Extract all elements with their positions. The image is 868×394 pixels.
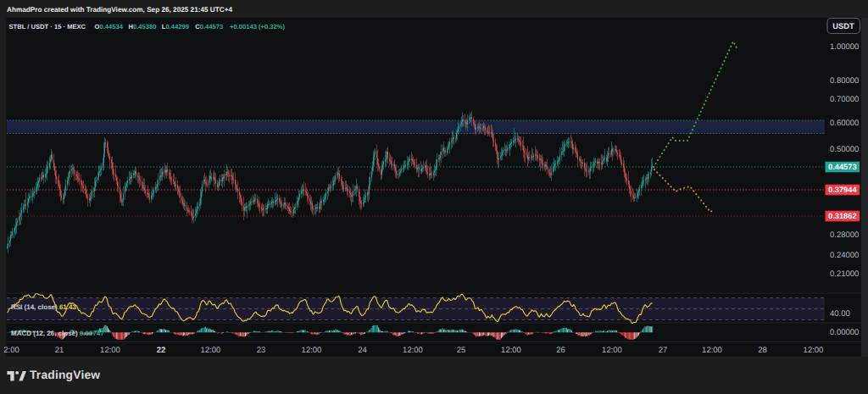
svg-text:12:00: 12:00 [501,346,521,355]
svg-text:27: 27 [659,346,668,355]
svg-text:1.00000: 1.00000 [830,42,859,52]
svg-text:AhmadPro created with TradingV: AhmadPro created with TradingView.com, S… [7,6,232,14]
svg-text:40.00: 40.00 [830,309,850,319]
svg-text:USDT: USDT [832,21,854,31]
svg-text:0.31862: 0.31862 [828,212,857,220]
svg-text:26: 26 [556,346,565,355]
svg-text:0.80000: 0.80000 [830,76,859,86]
svg-text:23: 23 [257,346,266,355]
svg-text:22: 22 [157,346,166,355]
svg-text:12:00: 12:00 [302,346,322,355]
svg-text:0.44573: 0.44573 [828,163,857,171]
svg-text:28: 28 [758,346,767,355]
svg-text:0.00000: 0.00000 [830,328,859,337]
svg-text:0.21000: 0.21000 [830,269,859,279]
svg-text:12:00: 12:00 [602,346,622,355]
svg-text:0.50000: 0.50000 [830,145,859,154]
svg-text:12:00: 12:00 [403,346,423,355]
svg-text:MACD (12, 26, close) 0.00747: MACD (12, 26, close) 0.00747 [11,330,104,337]
svg-text:25: 25 [457,346,466,355]
svg-text:21: 21 [55,346,64,355]
svg-text:0.70000: 0.70000 [830,95,859,104]
svg-text:12:00: 12:00 [804,346,824,355]
svg-text:0.37944: 0.37944 [828,186,857,194]
svg-text:12:00: 12:00 [702,346,722,355]
svg-text:24: 24 [358,346,367,355]
svg-text:12:00: 12:00 [100,346,120,355]
svg-text:RSI (14, close) 61.43: RSI (14, close) 61.43 [11,303,76,311]
svg-text:12:00: 12:00 [201,346,221,355]
svg-text:0.28000: 0.28000 [830,230,859,240]
svg-text:TradingView: TradingView [30,369,100,381]
svg-text:2:00: 2:00 [3,346,19,355]
svg-text:0.24000: 0.24000 [830,251,859,260]
svg-text:STBL / USDT · 15 · MEXCO0.4453: STBL / USDT · 15 · MEXCO0.44534H0.45380L… [9,23,286,31]
svg-text:0.60000: 0.60000 [830,119,859,128]
